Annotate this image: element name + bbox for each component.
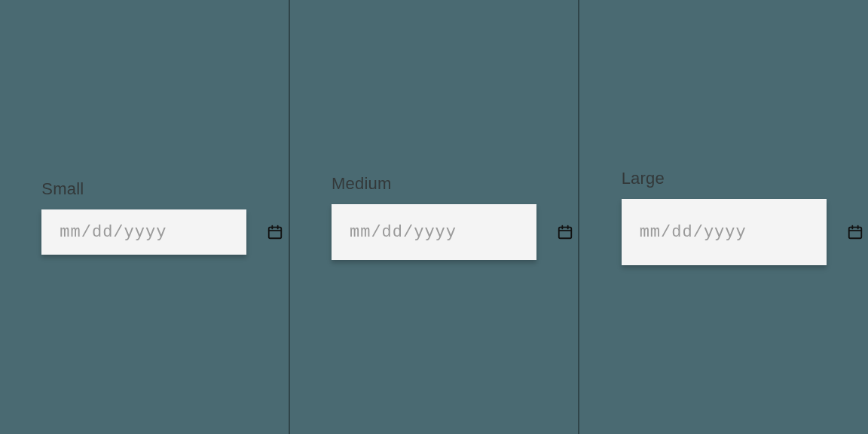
panel-small: Small bbox=[0, 0, 289, 434]
date-input[interactable] bbox=[60, 223, 259, 242]
calendar-icon[interactable] bbox=[267, 224, 283, 240]
date-input[interactable] bbox=[350, 223, 549, 242]
panel-medium: Medium bbox=[290, 0, 579, 434]
svg-rect-0 bbox=[269, 228, 282, 239]
svg-rect-8 bbox=[848, 228, 861, 239]
field-label: Small bbox=[41, 179, 84, 199]
svg-rect-4 bbox=[559, 228, 572, 239]
calendar-icon[interactable] bbox=[557, 224, 573, 240]
field-label: Large bbox=[622, 169, 665, 188]
date-input-container bbox=[41, 209, 246, 255]
calendar-icon[interactable] bbox=[847, 224, 863, 240]
date-field-medium: Medium bbox=[332, 174, 536, 260]
field-label: Medium bbox=[332, 174, 391, 194]
date-field-small: Small bbox=[41, 179, 246, 255]
date-input[interactable] bbox=[640, 223, 839, 242]
panel-large: Large bbox=[579, 0, 868, 434]
date-input-container bbox=[332, 204, 536, 260]
date-input-container bbox=[622, 199, 827, 265]
date-field-large: Large bbox=[622, 169, 827, 265]
